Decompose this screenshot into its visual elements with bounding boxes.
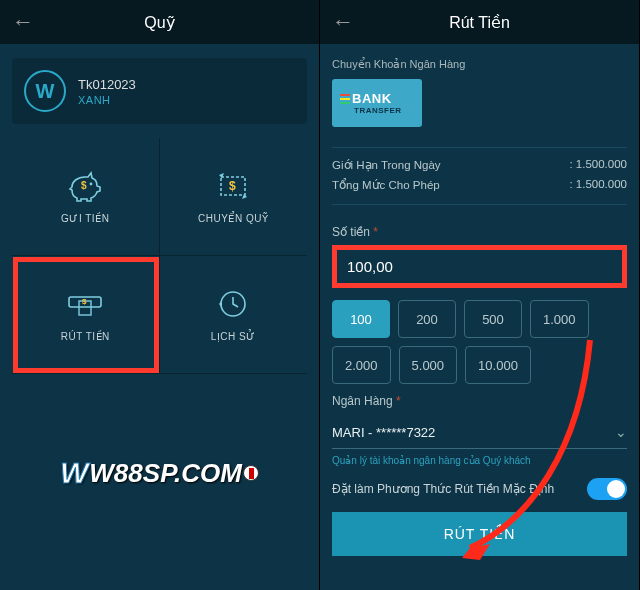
bank-manage-hint[interactable]: Quản lý tài khoản ngân hàng của Quý khác… [332,455,627,466]
bank-section-title: Chuyển Khoản Ngân Hàng [332,58,627,71]
svg-text:$: $ [81,180,87,191]
action-grid: $ GƯI TIỀN $ CHUYỂN QUỸ $ RÚT TIỀN [12,138,307,374]
history-tile[interactable]: LỊCH SỬ [160,256,308,374]
deposit-label: GƯI TIỀN [61,213,109,224]
atm-icon: $ [65,287,105,321]
svg-point-0 [90,183,93,186]
header: ← Quỹ [0,0,319,44]
chip-200[interactable]: 200 [398,300,456,338]
deposit-tile[interactable]: $ GƯI TIỀN [12,138,160,256]
piggy-bank-icon: $ [65,169,105,203]
bank-transfer-badge[interactable]: BANK TRANSFER [332,79,422,127]
withdraw-label: RÚT TIỀN [61,331,110,342]
daily-limit-row: Giới Hạn Trong Ngày 1.500.000 [332,158,627,172]
chip-500[interactable]: 500 [464,300,522,338]
back-icon[interactable]: ← [12,9,34,35]
history-icon [213,287,253,321]
page-title: Rút Tiền [449,13,510,32]
chip-5000[interactable]: 5.000 [399,346,458,384]
bank-text-bottom: TRANSFER [354,106,422,115]
account-tier: XANH [78,94,136,106]
daily-limit-value: 1.500.000 [569,158,627,172]
withdraw-screen: ← Rút Tiền Chuyển Khoản Ngân Hàng BANK T… [320,0,640,590]
bank-select[interactable]: MARI - ******7322 ⌄ [332,418,627,449]
divider [332,147,627,148]
total-limit-label: Tổng Mức Cho Phép [332,178,440,192]
account-id: Tk012023 [78,77,136,92]
account-card[interactable]: W Tk012023 XANH [12,58,307,124]
daily-limit-label: Giới Hạn Trong Ngày [332,158,441,172]
bank-label: Ngân Hàng * [332,394,627,408]
bank-bars-icon [340,94,350,104]
header: ← Rút Tiền [320,0,639,44]
default-method-toggle[interactable] [587,478,627,500]
transfer-label: CHUYỂN QUỸ [198,213,268,224]
chip-1000[interactable]: 1.000 [530,300,589,338]
svg-text:$: $ [229,179,236,193]
fund-screen: ← Quỹ W Tk012023 XANH $ GƯI TIỀN [0,0,320,590]
amount-label: Số tiền * [332,225,627,239]
chip-10000[interactable]: 10.000 [465,346,531,384]
divider [332,204,627,205]
withdraw-submit-button[interactable]: RÚT TIỀN [332,512,627,556]
total-limit-value: 1.500.000 [569,178,627,192]
chip-100[interactable]: 100 [332,300,390,338]
transfer-tile[interactable]: $ CHUYỂN QUỸ [160,138,308,256]
default-method-label: Đặt làm Phương Thức Rút Tiền Mặc Định [332,482,554,496]
back-icon[interactable]: ← [332,9,354,35]
brand-logo-icon: W [24,70,66,112]
withdraw-tile[interactable]: $ RÚT TIỀN [12,256,160,374]
chip-2000[interactable]: 2.000 [332,346,391,384]
total-limit-row: Tổng Mức Cho Phép 1.500.000 [332,178,627,192]
bank-selected-value: MARI - ******7322 [332,425,435,440]
svg-text:$: $ [82,297,87,306]
amount-chips: 100 200 500 1.000 2.000 5.000 10.000 [332,300,627,384]
history-label: LỊCH SỬ [211,331,256,342]
page-title: Quỹ [144,13,174,32]
bank-text-top: BANK [352,91,392,106]
transfer-icon: $ [213,169,253,203]
chevron-down-icon: ⌄ [615,424,627,440]
amount-input[interactable] [332,245,627,288]
